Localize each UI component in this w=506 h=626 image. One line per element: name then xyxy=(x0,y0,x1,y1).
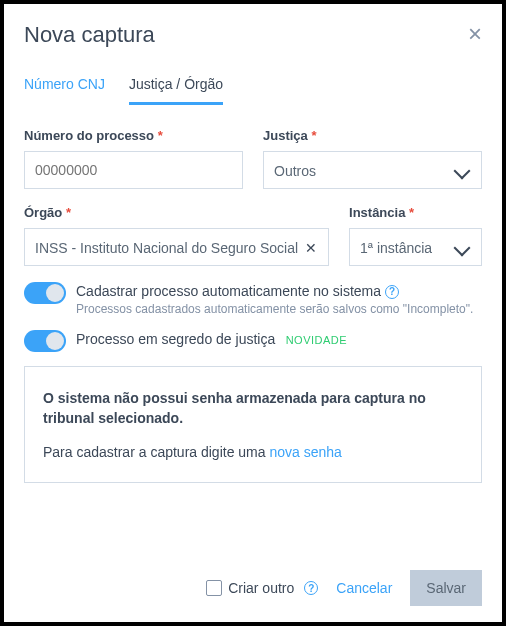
modal-body: Número CNJ Justiça / Órgão Número do pro… xyxy=(4,48,502,554)
toggle-auto-label: Cadastrar processo automaticamente no si… xyxy=(76,283,381,299)
field-instancia: Instância * 1ª instância xyxy=(349,205,482,266)
label-orgao: Órgão * xyxy=(24,205,329,220)
close-icon[interactable]: × xyxy=(468,22,482,48)
tab-numero-cnj[interactable]: Número CNJ xyxy=(24,76,105,105)
modal-header: Nova captura × xyxy=(4,4,502,48)
criar-outro-wrap: Criar outro ? xyxy=(206,580,318,596)
tabs: Número CNJ Justiça / Órgão xyxy=(24,76,482,106)
info-box: O sistema não possui senha armazenada pa… xyxy=(24,366,482,483)
toggle-auto[interactable] xyxy=(24,282,66,304)
nova-senha-link[interactable]: nova senha xyxy=(269,444,341,460)
orgao-select[interactable]: INSS - Instituto Nacional do Seguro Soci… xyxy=(24,228,329,266)
clear-orgao-icon[interactable]: ✕ xyxy=(305,240,317,256)
field-justica: Justiça * Outros xyxy=(263,128,482,189)
criar-outro-checkbox[interactable] xyxy=(206,580,222,596)
row-1: Número do processo * Justiça * Outros xyxy=(24,128,482,189)
toggle-auto-sub: Processos cadastrados automaticamente se… xyxy=(76,302,473,316)
modal-nova-captura: Nova captura × Número CNJ Justiça / Órgã… xyxy=(4,4,502,622)
label-instancia: Instância * xyxy=(349,205,482,220)
toggle-auto-row: Cadastrar processo automaticamente no si… xyxy=(24,282,482,316)
criar-outro-label: Criar outro xyxy=(228,580,294,596)
tab-justica-orgao[interactable]: Justiça / Órgão xyxy=(129,76,223,105)
field-numero-processo: Número do processo * xyxy=(24,128,243,189)
info-title: O sistema não possui senha armazenada pa… xyxy=(43,389,463,428)
row-2: Órgão * INSS - Instituto Nacional do Seg… xyxy=(24,205,482,266)
modal-title: Nova captura xyxy=(24,22,155,48)
justica-select[interactable]: Outros xyxy=(263,151,482,189)
instancia-select[interactable]: 1ª instância xyxy=(349,228,482,266)
toggle-segredo[interactable] xyxy=(24,330,66,352)
info-text: Para cadastrar a captura digite uma nova… xyxy=(43,444,463,460)
label-numero-processo: Número do processo * xyxy=(24,128,243,143)
toggle-segredo-row: Processo em segredo de justiça NOVIDADE xyxy=(24,330,482,352)
save-button[interactable]: Salvar xyxy=(410,570,482,606)
cancel-button[interactable]: Cancelar xyxy=(336,580,392,596)
help-auto-icon[interactable]: ? xyxy=(385,285,399,299)
numero-processo-input[interactable] xyxy=(24,151,243,189)
modal-footer: Criar outro ? Cancelar Salvar xyxy=(4,554,502,622)
novidade-badge: NOVIDADE xyxy=(286,334,347,346)
toggle-segredo-label: Processo em segredo de justiça xyxy=(76,331,275,347)
field-orgao: Órgão * INSS - Instituto Nacional do Seg… xyxy=(24,205,329,266)
label-justica: Justiça * xyxy=(263,128,482,143)
help-criar-outro-icon[interactable]: ? xyxy=(304,581,318,595)
